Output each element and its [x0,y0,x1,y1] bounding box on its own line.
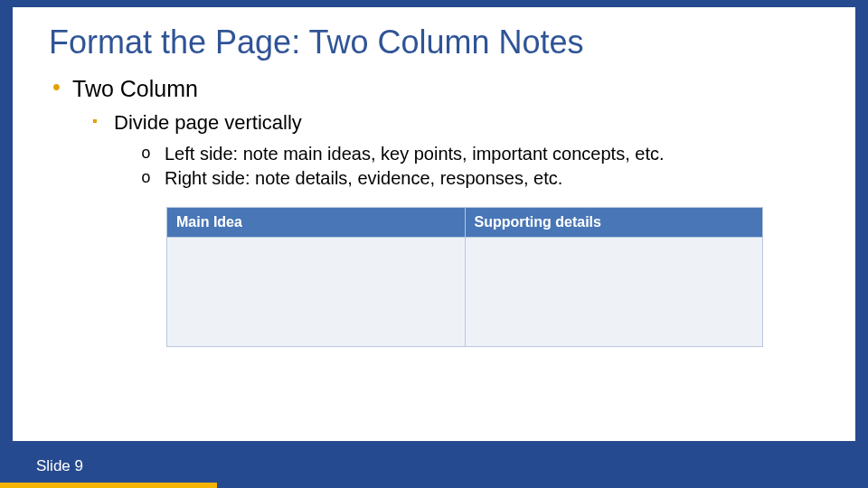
bullet-divide-vertically: Divide page vertically Left side: note m… [90,111,819,189]
bullet-left-side: Left side: note main ideas, key points, … [141,144,819,164]
table-column-right: Supporting details [466,207,764,347]
slide-body: Format the Page: Two Column Notes Two Co… [13,7,855,441]
bullet-list-level3: Left side: note main ideas, key points, … [114,144,819,189]
table-column-left: Main Idea [166,207,466,347]
bullet-two-column: Two Column Divide page vertically Left s… [49,76,819,189]
slide-title: Format the Page: Two Column Notes [49,23,819,61]
bullet-list-level2: Divide page vertically Left side: note m… [72,111,819,189]
table-body-right [466,238,763,346]
table-header-supporting-details: Supporting details [466,208,763,238]
accent-bar [0,483,217,488]
table-body-left [167,238,465,346]
bullet-text: Divide page vertically [114,111,302,134]
bullet-list-level1: Two Column Divide page vertically Left s… [49,76,819,189]
slide-number: Slide 9 [36,457,83,475]
table-header-main-idea: Main Idea [167,208,465,238]
two-column-table: Main Idea Supporting details [166,207,763,347]
bullet-right-side: Right side: note details, evidence, resp… [141,168,819,189]
bullet-text: Two Column [72,76,198,101]
